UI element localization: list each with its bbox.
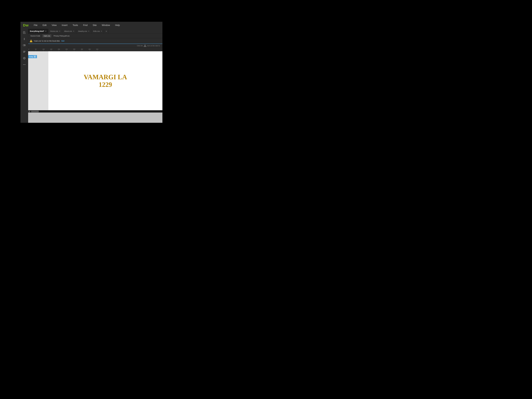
svg-point-19 — [24, 64, 25, 65]
svg-text:250: 250 — [65, 49, 68, 50]
svg-point-12 — [23, 57, 25, 59]
horizontal-scrollbar[interactable]: ◀ — [28, 110, 162, 113]
design-view: body + VAMARGI LA 1229 — [28, 51, 162, 110]
svg-point-18 — [23, 64, 24, 65]
svg-point-23 — [145, 46, 145, 47]
preview-icon[interactable] — [22, 43, 27, 48]
menu-file[interactable]: File — [31, 23, 40, 27]
scroll-left-arrow[interactable]: ◀ — [28, 110, 31, 113]
svg-text:300: 300 — [73, 49, 75, 50]
ruler-ticks: 0 50 100 150 200 250 300 350 400 — [28, 48, 162, 51]
vamargi-title: VAMARGI LA — [84, 73, 127, 81]
ruler-icon — [144, 44, 146, 47]
tab-home-css[interactable]: Home.css ✕ — [48, 29, 62, 33]
editor-area: Everything.html* ✕ Home.css ✕ About.css … — [28, 29, 162, 123]
ruler-hint-text: Click the — [137, 45, 143, 47]
ruler-svg: 0 50 100 150 200 250 300 350 400 — [28, 48, 162, 51]
target-icon[interactable] — [22, 56, 27, 61]
tab-close-kids[interactable]: ✕ — [101, 31, 102, 32]
sidebar — [20, 29, 28, 123]
svg-text:50: 50 — [35, 49, 37, 50]
tab-about-css[interactable]: About.css ✕ — [62, 29, 76, 33]
dw-logo: Dw — [20, 23, 31, 27]
warning-get-link[interactable]: Get — [61, 40, 64, 42]
svg-text:100: 100 — [43, 49, 45, 50]
tab-close-jewelry[interactable]: ✕ — [88, 31, 89, 32]
svg-point-13 — [24, 58, 25, 59]
menu-view[interactable]: View — [49, 23, 59, 27]
tab-label: Kids.css — [93, 30, 100, 32]
transfer-icon[interactable] — [22, 37, 27, 42]
svg-text:200: 200 — [58, 49, 60, 50]
menu-help[interactable]: Help — [113, 23, 122, 27]
ruler-hint: Click the icon on the ruler to — [28, 44, 162, 48]
svg-text:450: 450 — [96, 49, 98, 50]
warning-message: 'main.css' is not on the local disk. — [34, 40, 60, 42]
tab-bar: Everything.html* ✕ Home.css ✕ About.css … — [28, 29, 162, 34]
source-code-button[interactable]: Source Code — [29, 35, 41, 37]
scroll-track[interactable] — [31, 110, 162, 113]
warning-icon: ⚠️ — [30, 39, 32, 42]
tab-jewelry-css[interactable]: Jewelry.css ✕ — [76, 29, 91, 33]
tab-label: Everything.html* — [30, 30, 44, 32]
svg-text:400: 400 — [89, 49, 91, 50]
tab-label: About.css — [64, 30, 72, 32]
menu-bar: Dw File Edit View Insert Tools Find Site… — [20, 22, 162, 29]
tab-close-home[interactable]: ✕ — [59, 31, 60, 32]
scroll-thumb[interactable] — [31, 111, 39, 112]
svg-text:350: 350 — [81, 49, 83, 50]
privacy-file-button[interactable]: Privacy Policy.pdf.css — [53, 35, 71, 37]
body-tag-label: body — [29, 56, 33, 58]
tab-kids-css[interactable]: Kids.css ✕ — [91, 29, 104, 33]
new-document-icon[interactable] — [22, 30, 27, 35]
tab-label: Home.css — [50, 30, 58, 32]
body-tag-indicator: body + — [28, 55, 37, 58]
design-content: VAMARGI LA 1229 — [48, 51, 163, 110]
svg-text:0: 0 — [28, 49, 29, 50]
vamargi-number: 1229 — [99, 81, 112, 88]
tab-label: n — [106, 30, 107, 32]
menu-insert[interactable]: Insert — [59, 23, 70, 27]
menu-tools[interactable]: Tools — [70, 23, 81, 27]
svg-text:150: 150 — [50, 49, 52, 50]
menu-edit[interactable]: Edit — [40, 23, 49, 27]
menu-window[interactable]: Window — [99, 23, 113, 27]
tab-close-everything[interactable]: ✕ — [45, 31, 46, 32]
menu-find[interactable]: Find — [81, 23, 90, 27]
toolbar: Source Code main.css Privacy Policy.pdf.… — [28, 34, 162, 38]
tab-close-about[interactable]: ✕ — [73, 31, 74, 32]
ruler-hint-text2: icon on the ruler to — [147, 45, 160, 47]
tab-more[interactable]: n — [104, 29, 109, 33]
bottom-panel — [28, 113, 162, 123]
svg-rect-4 — [25, 33, 25, 34]
body-expand-button[interactable]: + — [34, 56, 36, 58]
svg-point-20 — [25, 64, 25, 65]
more-options-icon[interactable] — [22, 62, 27, 67]
tab-label: Jewelry.css — [78, 30, 87, 32]
format-icon[interactable] — [22, 49, 27, 54]
active-file-button[interactable]: main.css — [43, 34, 51, 37]
warning-bar: ⚠️ 'main.css' is not on the local disk. … — [28, 38, 162, 44]
menu-site[interactable]: Site — [90, 23, 99, 27]
tab-everything-html[interactable]: Everything.html* ✕ — [28, 29, 48, 33]
